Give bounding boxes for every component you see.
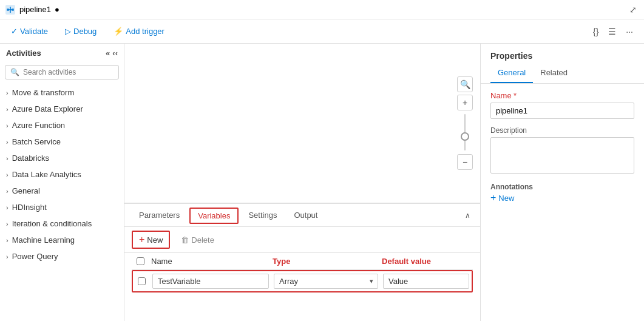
bottom-panel: Parameters Variables Settings Output ∧ +…: [124, 203, 480, 321]
add-annotation-label: New: [498, 194, 514, 203]
sidebar-item-azure-data-explorer[interactable]: › Azure Data Explorer: [0, 101, 124, 117]
plus-icon: +: [139, 234, 144, 245]
content-area: Activities « ‹‹ 🔍 › Move & transform › A…: [0, 44, 644, 321]
description-textarea[interactable]: [490, 137, 634, 174]
more-options-icon[interactable]: ···: [622, 24, 637, 39]
variable-name-input[interactable]: [152, 274, 269, 289]
tab-output-label: Output: [294, 211, 317, 220]
properties-panel: Properties General Related Name * Descri…: [480, 44, 644, 321]
sidebar-item-label: Batch Service: [12, 137, 61, 146]
search-box[interactable]: 🔍: [5, 65, 119, 79]
props-tab-general[interactable]: General: [490, 63, 533, 83]
sidebar-item-label: General: [12, 186, 40, 195]
table-row: Array Boolean Integer String ▾: [132, 270, 473, 292]
sidebar-item-batch-service[interactable]: › Batch Service: [0, 133, 124, 150]
tab-settings-label: Settings: [248, 211, 277, 220]
panel-toolbar: + New 🗑 Delete: [124, 227, 480, 253]
sidebar-item-data-lake-analytics[interactable]: › Data Lake Analytics: [0, 166, 124, 183]
title-bar-right: ⤢: [627, 4, 639, 16]
variables-table: Name Type Default value: [124, 253, 480, 292]
row-check: [133, 277, 150, 285]
canvas-area[interactable]: 🔍 + −: [124, 44, 480, 203]
validate-icon: ✓: [11, 27, 18, 36]
annotations-label: Annotations: [490, 183, 634, 191]
sidebar-item-label: Iteration & conditionals: [12, 219, 92, 228]
zoom-in-button[interactable]: +: [457, 95, 473, 110]
panel-collapse-button[interactable]: ∧: [463, 209, 473, 222]
chevron-icon: ›: [6, 122, 8, 129]
sidebar-header: Activities « ‹‹: [0, 44, 124, 63]
props-tab-related[interactable]: Related: [533, 63, 575, 83]
code-icon[interactable]: {}: [589, 24, 602, 39]
chevron-icon: ›: [6, 106, 8, 113]
variable-default-input[interactable]: [383, 274, 469, 289]
expand-icon[interactable]: ⤢: [627, 4, 639, 16]
main-toolbar: ✓ Validate ▷ Debug ⚡ Add trigger {} ☰ ··…: [0, 19, 644, 44]
zoom-out-button[interactable]: −: [457, 154, 473, 170]
collapse-left-icon[interactable]: «: [106, 49, 110, 58]
props-tabs: General Related: [481, 63, 644, 84]
title-bar: pipeline1 ● ⤢: [0, 0, 644, 19]
row-checkbox[interactable]: [138, 277, 146, 285]
collapse-right-icon[interactable]: ‹‹: [112, 49, 118, 58]
sidebar-collapse-icons[interactable]: « ‹‹: [106, 49, 118, 58]
sidebar-item-power-query[interactable]: › Power Query: [0, 248, 124, 265]
col-header-type: Type: [270, 257, 379, 266]
search-canvas-button[interactable]: 🔍: [457, 76, 473, 92]
sidebar-item-databricks[interactable]: › Databricks: [0, 150, 124, 166]
row-type-cell: Array Boolean Integer String ▾: [271, 274, 381, 289]
col-header-default: Default value: [379, 257, 473, 266]
pipeline-icon: [5, 4, 16, 15]
trigger-icon: ⚡: [114, 27, 123, 36]
col-header-name: Name: [149, 257, 270, 266]
tab-settings[interactable]: Settings: [241, 207, 284, 225]
name-field-label: Name *: [490, 91, 634, 100]
chevron-icon: ›: [6, 155, 8, 162]
row-default-cell: [381, 274, 472, 289]
pipeline-name-input[interactable]: [490, 103, 634, 119]
sidebar-item-hdinsight[interactable]: › HDInsight: [0, 199, 124, 215]
main-column: 🔍 + − Parameters Variables Settings: [124, 44, 480, 321]
tab-output[interactable]: Output: [286, 207, 325, 225]
sidebar-item-machine-learning[interactable]: › Machine Learning: [0, 232, 124, 248]
plus-annotation-icon: +: [490, 192, 496, 203]
sidebar-item-label: Move & transform: [12, 88, 75, 97]
sidebar-item-label: Databricks: [12, 154, 49, 163]
chevron-icon: ›: [6, 89, 8, 96]
delete-variable-button[interactable]: 🗑 Delete: [175, 233, 220, 247]
chevron-icon: ›: [6, 138, 8, 146]
sidebar-item-azure-function[interactable]: › Azure Function: [0, 117, 124, 133]
properties-icon[interactable]: ☰: [605, 24, 620, 39]
sidebar-item-label: Machine Learning: [12, 235, 75, 245]
chevron-icon: ›: [6, 188, 8, 195]
annotations-section: Annotations + New: [490, 183, 634, 204]
zoom-slider-thumb[interactable]: [461, 132, 469, 141]
add-annotation-button[interactable]: + New: [490, 191, 514, 204]
debug-button[interactable]: ▷ Debug: [61, 24, 100, 38]
title-bar-left: pipeline1 ●: [5, 4, 59, 15]
chevron-icon: ›: [6, 253, 8, 260]
sidebar-item-label: Power Query: [12, 252, 58, 261]
svg-rect-1: [7, 8, 9, 11]
new-variable-button[interactable]: + New: [132, 231, 170, 249]
props-body: Name * Description Annotations + New: [481, 84, 644, 212]
sidebar-item-move-transform[interactable]: › Move & transform: [0, 84, 124, 101]
activities-heading: Activities: [6, 49, 41, 58]
search-activities-input[interactable]: [23, 68, 114, 76]
canvas-controls: 🔍 + −: [457, 76, 473, 170]
variable-type-select[interactable]: Array Boolean Integer String: [274, 274, 378, 289]
table-header: Name Type Default value: [132, 253, 473, 270]
sidebar-item-iteration-conditionals[interactable]: › Iteration & conditionals: [0, 215, 124, 232]
select-all-checkbox[interactable]: [137, 257, 144, 265]
add-trigger-button[interactable]: ⚡ Add trigger: [110, 24, 168, 38]
chevron-icon: ›: [6, 171, 8, 178]
tabs-row: Parameters Variables Settings Output ∧: [124, 204, 480, 227]
tab-variables[interactable]: Variables: [189, 208, 239, 224]
tab-parameters[interactable]: Parameters: [132, 207, 187, 225]
add-trigger-label: Add trigger: [126, 27, 164, 36]
validate-button[interactable]: ✓ Validate: [7, 24, 52, 38]
debug-icon: ▷: [65, 27, 71, 36]
search-icon: 🔍: [10, 68, 19, 76]
sidebar: Activities « ‹‹ 🔍 › Move & transform › A…: [0, 44, 124, 321]
sidebar-item-general[interactable]: › General: [0, 183, 124, 199]
